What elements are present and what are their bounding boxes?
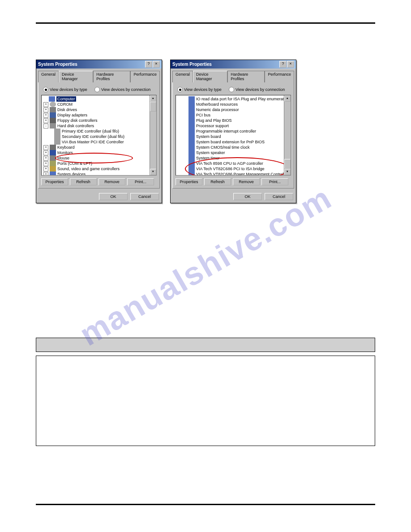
- tree-item[interactable]: Processor support: [177, 123, 283, 129]
- tab-performance[interactable]: Performance: [130, 71, 160, 82]
- tree-item[interactable]: Primary IDE controller (dual fifo): [43, 129, 149, 134]
- tree-item-label: Programmable interrupt controller: [196, 129, 256, 134]
- display-icon: [50, 112, 56, 118]
- tree-item[interactable]: VIA Bus Master PCI IDE Controller: [43, 139, 149, 145]
- tab-device-manager[interactable]: Device Manager: [193, 71, 227, 82]
- scroll-up-icon[interactable]: ▴: [284, 95, 291, 102]
- tree-item[interactable]: System board extension for PnP BIOS: [177, 139, 283, 145]
- close-button[interactable]: ×: [153, 61, 160, 68]
- expand-icon[interactable]: +: [43, 167, 48, 172]
- tree-item[interactable]: +Keyboard: [43, 145, 149, 150]
- tabs: General Device Manager Hardware Profiles…: [171, 69, 296, 82]
- expand-icon[interactable]: +: [43, 118, 48, 123]
- expand-icon[interactable]: +: [43, 145, 48, 150]
- cancel-button[interactable]: Cancel: [265, 193, 293, 200]
- device-tree[interactable]: IO read data port for ISA Plug and Play …: [176, 95, 291, 176]
- tree-item[interactable]: VIA Tech 8598 CPU to AGP controller: [177, 161, 283, 166]
- tab-hardware-profiles[interactable]: Hardware Profiles: [93, 71, 130, 82]
- refresh-button[interactable]: Refresh: [70, 178, 97, 185]
- tree-item[interactable]: -Hard disk controllers: [43, 123, 149, 129]
- tree-item[interactable]: Numeric data processor: [177, 107, 283, 112]
- tree-item[interactable]: Motherboard resources: [177, 102, 283, 107]
- properties-button[interactable]: Properties: [176, 178, 202, 185]
- scroll-down-icon[interactable]: ▾: [284, 169, 291, 175]
- expand-icon[interactable]: -: [43, 124, 48, 129]
- expand-icon[interactable]: +: [43, 113, 48, 118]
- tree-item[interactable]: +Floppy disk controllers: [43, 118, 149, 123]
- expand-icon[interactable]: +: [43, 102, 48, 107]
- print-button[interactable]: Print...: [127, 178, 154, 185]
- tree-item[interactable]: System speaker: [177, 150, 283, 155]
- tree-item[interactable]: System CMOS/real time clock: [177, 145, 283, 150]
- tree-item-label: Floppy disk controllers: [57, 118, 98, 123]
- scroll-thumb[interactable]: [150, 102, 156, 112]
- help-button[interactable]: ?: [145, 61, 152, 68]
- vertical-scrollbar[interactable]: ▴ ▾: [150, 95, 156, 175]
- tab-device-manager[interactable]: Device Manager: [59, 71, 93, 82]
- remove-button[interactable]: Remove: [233, 178, 260, 185]
- radio-by-type[interactable]: View devices by type: [177, 87, 222, 92]
- remove-button[interactable]: Remove: [98, 178, 125, 185]
- vertical-scrollbar[interactable]: ▴ ▾: [284, 95, 291, 175]
- cancel-button[interactable]: Cancel: [130, 193, 159, 200]
- tree-item[interactable]: VIA Tech VT82C686 PCI to ISA bridge: [177, 166, 283, 172]
- tree-item-label: System board: [196, 134, 221, 139]
- tab-performance[interactable]: Performance: [265, 71, 294, 82]
- tree-item[interactable]: Computer: [43, 96, 149, 102]
- tree-item[interactable]: +Sound, video and game controllers: [43, 166, 149, 172]
- tree-item[interactable]: +Display adapters: [43, 112, 149, 118]
- tree-item[interactable]: +Monitors: [43, 150, 149, 155]
- tree-item[interactable]: System board: [177, 134, 283, 139]
- tree-item[interactable]: +System devices: [43, 172, 149, 176]
- close-button[interactable]: ×: [287, 61, 294, 68]
- tree-item-label: IO read data port for ISA Plug and Play …: [196, 96, 287, 102]
- scroll-up-icon[interactable]: ▴: [150, 95, 156, 102]
- lower-boxes: [36, 338, 375, 446]
- scroll-down-icon[interactable]: ▾: [150, 169, 156, 175]
- radio-by-connection[interactable]: View devices by connection: [94, 87, 150, 92]
- tab-body: View devices by type View devices by con…: [172, 82, 294, 189]
- print-button[interactable]: Print...: [261, 178, 288, 185]
- tab-general[interactable]: General: [38, 71, 59, 82]
- tree-item[interactable]: Plug and Play BIOS: [177, 118, 283, 123]
- tree-item[interactable]: Secondary IDE controller (dual fifo): [43, 134, 149, 139]
- refresh-button[interactable]: Refresh: [204, 178, 231, 185]
- ok-button[interactable]: OK: [99, 193, 128, 200]
- scroll-thumb[interactable]: [284, 159, 291, 169]
- tree-item[interactable]: +Ports (COM & LPT): [43, 161, 149, 166]
- help-button[interactable]: ?: [279, 61, 287, 68]
- tree-item-label: Secondary IDE controller (dual fifo): [62, 134, 124, 139]
- tree-item-label: Processor support: [196, 123, 229, 129]
- tree-item[interactable]: Programmable interrupt controller: [177, 129, 283, 134]
- expand-icon[interactable]: +: [43, 156, 48, 161]
- dialog-footer: OK Cancel: [171, 190, 296, 203]
- sysdev-icon: [188, 96, 195, 102]
- tree-item[interactable]: IO read data port for ISA Plug and Play …: [177, 96, 283, 102]
- keyboard-icon: [50, 145, 56, 150]
- view-mode-radio-group: View devices by type View devices by con…: [177, 87, 291, 92]
- ok-button[interactable]: OK: [233, 193, 262, 200]
- computer-icon: [49, 96, 55, 102]
- tree-item[interactable]: System timer: [177, 155, 283, 161]
- titlebar[interactable]: System Properties ? ×: [171, 60, 296, 69]
- expand-icon[interactable]: +: [43, 161, 48, 166]
- tree-item[interactable]: VIA Tech VT82C686 Power Management Contr…: [177, 172, 283, 176]
- tree-item[interactable]: +Mouse: [43, 155, 149, 161]
- expand-icon[interactable]: +: [43, 172, 48, 176]
- radio-icon: [177, 87, 183, 92]
- tab-hardware-profiles[interactable]: Hardware Profiles: [227, 71, 265, 82]
- radio-by-connection[interactable]: View devices by connection: [229, 87, 285, 92]
- titlebar[interactable]: System Properties ? ×: [36, 60, 162, 69]
- expand-icon[interactable]: +: [43, 107, 48, 112]
- tree-item[interactable]: +CDROM: [43, 102, 149, 107]
- dialogs-row: System Properties ? × General Device Man…: [36, 60, 375, 203]
- device-tree[interactable]: Computer+CDROM+Disk drives+Display adapt…: [41, 95, 157, 176]
- properties-button[interactable]: Properties: [41, 178, 68, 185]
- expand-icon[interactable]: +: [43, 150, 48, 155]
- tab-general[interactable]: General: [172, 71, 193, 82]
- tree-item[interactable]: +Disk drives: [43, 107, 149, 112]
- sysdev-icon: [188, 123, 195, 129]
- tree-item[interactable]: PCI bus: [177, 112, 283, 118]
- radio-by-type[interactable]: View devices by type: [43, 87, 87, 92]
- disk-icon: [50, 107, 56, 112]
